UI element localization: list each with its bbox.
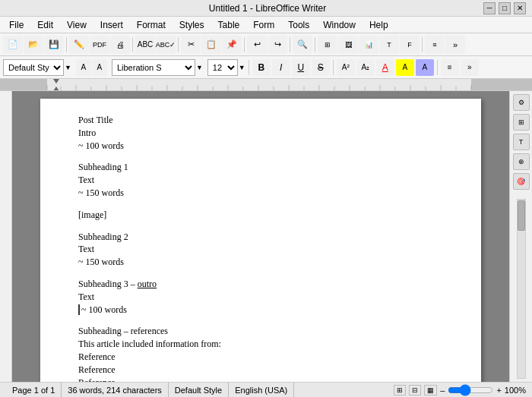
- menu-tools[interactable]: Tools: [282, 18, 315, 32]
- paragraph-style-select[interactable]: Default Styl: [3, 59, 64, 76]
- paste-button[interactable]: 📌: [222, 36, 242, 54]
- subheading1-text: Subheading 1: [78, 161, 443, 174]
- horizontal-ruler: [0, 79, 532, 91]
- maximize-button[interactable]: □: [499, 2, 511, 14]
- scrollbar-thumb[interactable]: [518, 200, 525, 231]
- left-margin: [0, 91, 12, 382]
- menu-bar: File Edit View Insert Format Styles Tabl…: [0, 17, 532, 33]
- copy-button[interactable]: 📋: [201, 36, 221, 54]
- ruler-markings: [0, 79, 532, 90]
- strikethrough-button[interactable]: S: [312, 59, 330, 76]
- section-subheading3: Subheading 3 – outro Text ~ 100 words: [78, 278, 443, 316]
- references-intro: This article included information from:: [78, 338, 443, 351]
- document-area[interactable]: Post Title Intro ~ 100 words Subheading …: [12, 91, 509, 382]
- subheading3-words: ~ 100 words: [78, 304, 443, 317]
- subscript-button[interactable]: A₂: [356, 59, 375, 76]
- references-heading: Subheading – references: [78, 325, 443, 338]
- svg-rect-0: [0, 79, 47, 91]
- reference2: Reference: [78, 364, 443, 377]
- save-button[interactable]: 💾: [44, 36, 64, 54]
- layout-btn3[interactable]: ▦: [424, 385, 437, 395]
- document-page[interactable]: Post Title Intro ~ 100 words Subheading …: [40, 99, 481, 382]
- intro-label: Intro: [78, 127, 443, 140]
- layout-btn2[interactable]: ⊟: [409, 385, 421, 395]
- zoom-in-icon[interactable]: +: [496, 386, 501, 395]
- zoom-out-icon[interactable]: –: [440, 386, 445, 395]
- insert-table-button[interactable]: ⊞: [318, 36, 337, 54]
- redo-button[interactable]: ↪: [268, 36, 287, 54]
- menu-window[interactable]: Window: [317, 18, 362, 32]
- insert-textbox-button[interactable]: T: [379, 36, 399, 54]
- open-button[interactable]: 📂: [24, 36, 43, 54]
- show-changes-button[interactable]: ≡: [425, 36, 445, 54]
- layout-btn1[interactable]: ⊞: [394, 385, 406, 395]
- sidebar-btn1[interactable]: ⚙: [513, 94, 530, 111]
- subheading1-body: Text: [78, 174, 443, 187]
- autospell-button[interactable]: ABC✓: [156, 36, 176, 54]
- more-button[interactable]: »: [445, 36, 465, 54]
- status-bar: Page 1 of 1 36 words, 214 characters Def…: [0, 382, 532, 397]
- font-color-button[interactable]: A: [376, 59, 394, 76]
- font-name-select[interactable]: Liberation S: [112, 59, 195, 76]
- cut-button[interactable]: ✂: [181, 36, 201, 54]
- section-subheading1: Subheading 1 Text ~ 150 words: [78, 161, 443, 199]
- standard-toolbar: 📄 📂 💾 ✏️ PDF 🖨 ABC ABC✓ ✂ 📋 📌 ↩ ↪ 🔍 ⊞ 🖼 …: [0, 33, 532, 56]
- section-image: [image]: [78, 209, 443, 222]
- underline-button[interactable]: U: [292, 59, 310, 76]
- font-style-btn1[interactable]: A: [76, 59, 91, 76]
- menu-edit[interactable]: Edit: [31, 18, 59, 32]
- line-spacing-button[interactable]: ≡: [441, 59, 459, 76]
- style-dropdown-icon[interactable]: ▼: [65, 64, 71, 71]
- vertical-scrollbar[interactable]: [517, 199, 526, 379]
- insert-chart-button[interactable]: 📊: [359, 36, 378, 54]
- formatting-toolbar: Default Styl ▼ A A Liberation S ▼ 12 ▼ B…: [0, 56, 532, 79]
- subheading1-words: ~ 150 words: [78, 187, 443, 200]
- find-button[interactable]: 🔍: [293, 36, 312, 54]
- edit-button[interactable]: ✏️: [69, 36, 89, 54]
- font-size-select[interactable]: 12: [207, 59, 238, 76]
- insert-fontwork-button[interactable]: F: [400, 36, 420, 54]
- more-format-button[interactable]: »: [461, 59, 479, 76]
- section-post-title: Post Title Intro ~ 100 words: [78, 114, 443, 152]
- sidebar-btn4[interactable]: ⊕: [513, 153, 530, 170]
- font-style-btn2[interactable]: A: [92, 59, 107, 76]
- italic-button[interactable]: I: [272, 59, 290, 76]
- spell-check-button[interactable]: ABC: [135, 36, 155, 54]
- menu-format[interactable]: Format: [131, 18, 172, 32]
- main-area: Post Title Intro ~ 100 words Subheading …: [0, 91, 532, 382]
- menu-help[interactable]: Help: [363, 18, 394, 32]
- menu-form[interactable]: Form: [247, 18, 280, 32]
- language-label: English (USA): [229, 383, 294, 397]
- export-pdf-button[interactable]: PDF: [90, 36, 109, 54]
- undo-button[interactable]: ↩: [247, 36, 267, 54]
- char-bg-button[interactable]: A: [416, 59, 434, 76]
- new-button[interactable]: 📄: [3, 36, 23, 54]
- bold-button[interactable]: B: [252, 59, 271, 76]
- minimize-button[interactable]: ─: [483, 2, 496, 14]
- section-subheading2: Subheading 2 Text ~ 150 words: [78, 231, 443, 269]
- intro-words: ~ 100 words: [78, 140, 443, 153]
- print-button[interactable]: 🖨: [110, 36, 130, 54]
- image-placeholder: [image]: [78, 209, 443, 222]
- word-count: 36 words, 214 characters: [62, 383, 169, 397]
- sidebar-btn5[interactable]: 🎯: [513, 173, 530, 190]
- menu-styles[interactable]: Styles: [173, 18, 211, 32]
- menu-view[interactable]: View: [61, 18, 93, 32]
- right-sidebar: ⚙ ⊞ T ⊕ 🎯: [509, 91, 532, 382]
- font-dropdown-icon[interactable]: ▼: [196, 64, 203, 71]
- post-title-heading: Post Title: [78, 114, 443, 127]
- highlight-button[interactable]: A: [396, 59, 414, 76]
- superscript-button[interactable]: A²: [337, 59, 355, 76]
- sidebar-btn2[interactable]: ⊞: [513, 114, 530, 131]
- close-button[interactable]: ✕: [514, 2, 526, 14]
- window-title: Untitled 1 - LibreOffice Writer: [52, 3, 483, 14]
- insert-image-button[interactable]: 🖼: [338, 36, 358, 54]
- zoom-slider[interactable]: [448, 387, 493, 393]
- menu-file[interactable]: File: [3, 18, 30, 32]
- reference3: Reference: [78, 377, 443, 382]
- sidebar-btn3[interactable]: T: [513, 134, 530, 150]
- subheading2-text: Subheading 2: [78, 231, 443, 244]
- menu-table[interactable]: Table: [212, 18, 246, 32]
- size-dropdown-icon[interactable]: ▼: [239, 64, 245, 71]
- menu-insert[interactable]: Insert: [94, 18, 129, 32]
